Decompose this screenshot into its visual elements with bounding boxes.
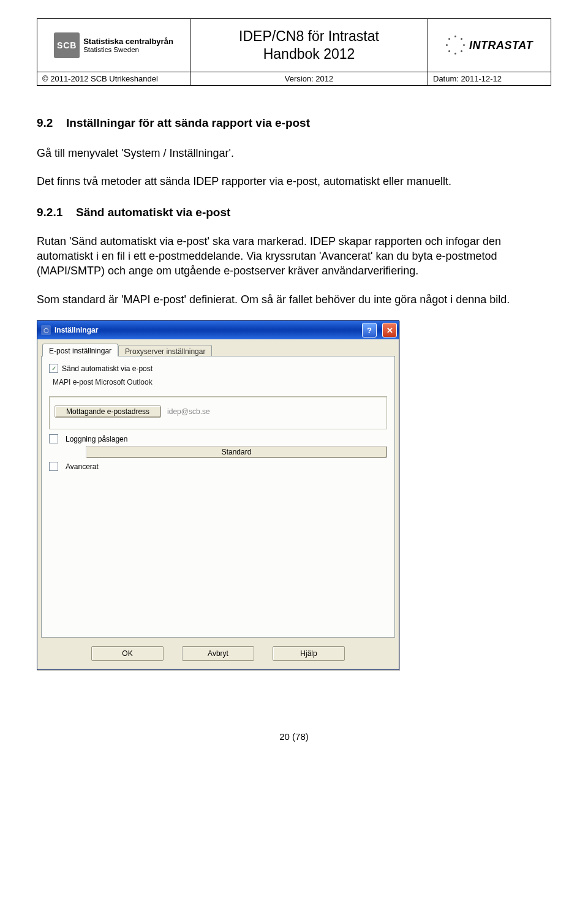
- doc-title: IDEP/CN8 för Intrastat Handbok 2012: [190, 19, 428, 72]
- logo-intrastat: INTRASTAT: [428, 19, 551, 72]
- section-heading-9-2-1: 9.2.1Sänd automatiskt via e-post: [37, 205, 551, 220]
- scb-line1: Statistiska centralbyrån: [83, 37, 173, 46]
- section-number: 9.2: [37, 115, 66, 131]
- doc-copyright: © 2011-2012 SCB Utrikeshandel: [37, 72, 190, 85]
- section-title: Sänd automatiskt via e-post: [76, 206, 230, 219]
- eu-stars-icon: [446, 36, 466, 55]
- dialog-button-row: OK Avbryt Hjälp: [41, 638, 395, 666]
- app-icon: ⬡: [41, 325, 51, 335]
- standard-button[interactable]: Standard: [86, 446, 387, 458]
- scb-line2: Statistics Sweden: [83, 46, 139, 53]
- intrastat-text: INTRASTAT: [469, 39, 533, 52]
- mapi-line: MAPI e-post Microsoft Outlook: [53, 377, 387, 388]
- checkbox-send-auto[interactable]: ✓: [49, 364, 58, 373]
- dialog-title: Inställningar: [55, 326, 358, 334]
- recipient-groupbox: Mottagande e-postadress idep@scb.se: [49, 396, 387, 429]
- dialog-titlebar[interactable]: ⬡ Inställningar ? ✕: [37, 321, 399, 339]
- checkbox-advanced[interactable]: [49, 462, 58, 471]
- titlebar-help-button[interactable]: ?: [362, 323, 377, 337]
- section-title: Inställningar för att sända rapport via …: [66, 116, 310, 129]
- checkbox-advanced-label: Avancerat: [66, 462, 99, 471]
- help-button[interactable]: Hjälp: [273, 646, 345, 661]
- tab-panel-email: ✓ Sänd automatiskt via e-post MAPI e-pos…: [41, 356, 395, 638]
- section-heading-9-2: 9.2Inställningar för att sända rapport v…: [37, 115, 551, 131]
- checkbox-logging-label: Loggning påslagen: [66, 435, 127, 443]
- recipient-email-value: idep@scb.se: [167, 407, 210, 416]
- scb-text: Statistiska centralbyrån Statistics Swed…: [83, 37, 173, 54]
- tab-proxy-settings[interactable]: Proxyserver inställningar: [118, 345, 212, 357]
- checkbox-logging[interactable]: [49, 434, 58, 443]
- doc-header-top: SCB Statistiska centralbyrån Statistics …: [37, 18, 551, 72]
- ok-button[interactable]: OK: [91, 646, 164, 661]
- section-number: 9.2.1: [37, 205, 76, 220]
- paragraph: Rutan 'Sänd automatiskt via e-post' ska …: [37, 234, 551, 279]
- tab-email-settings[interactable]: E-post inställningar: [42, 344, 118, 356]
- titlebar-close-button[interactable]: ✕: [382, 323, 397, 337]
- doc-version: Version: 2012: [190, 72, 428, 85]
- scb-mark: SCB: [54, 32, 80, 58]
- page-number: 20 (78): [37, 731, 551, 742]
- paragraph: Som standard är 'MAPI e-post' definierat…: [37, 292, 551, 307]
- doc-header-bottom: © 2011-2012 SCB Utrikeshandel Version: 2…: [37, 72, 551, 86]
- doc-date: Datum: 2011-12-12: [428, 72, 551, 85]
- paragraph: Det finns två metoder att sända IDEP rap…: [37, 174, 551, 189]
- checkbox-send-auto-label: Sänd automatiskt via e-post: [62, 364, 153, 373]
- cancel-button[interactable]: Avbryt: [182, 646, 254, 661]
- doc-title-line1: IDEP/CN8 för Intrastat: [239, 28, 379, 45]
- logo-scb: SCB Statistiska centralbyrån Statistics …: [37, 19, 190, 72]
- doc-title-line2: Handbok 2012: [239, 45, 379, 63]
- paragraph: Gå till menyvalet 'System / Inställninga…: [37, 146, 551, 160]
- tab-strip: E-post inställningar Proxyserver inställ…: [41, 343, 395, 356]
- recipient-label-button[interactable]: Mottagande e-postadress: [55, 405, 161, 418]
- settings-dialog: ⬡ Inställningar ? ✕ E-post inställningar…: [37, 320, 399, 670]
